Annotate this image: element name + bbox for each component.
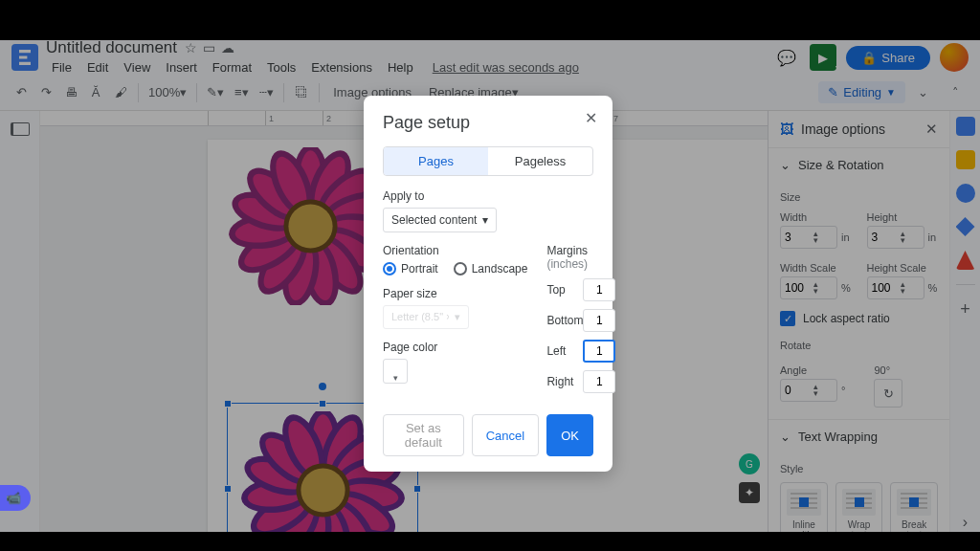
tab-pageless[interactable]: Pageless [488,147,592,175]
margin-right-input[interactable] [583,370,615,393]
margin-bottom-label: Bottom [546,314,583,327]
dialog-title: Page setup [383,113,593,133]
ok-button[interactable]: OK [546,414,593,456]
radio-landscape[interactable]: Landscape [454,262,528,276]
margin-top-input[interactable] [583,278,615,301]
orientation-label: Orientation [383,244,527,257]
apply-to-label: Apply to [383,189,593,203]
margin-right-label: Right [546,375,573,388]
page-color-swatch[interactable] [383,359,408,384]
apply-to-select[interactable]: Selected content▾ [383,208,497,232]
record-button[interactable]: 📹 [0,485,31,511]
set-as-default-button[interactable]: Set as default [383,414,464,456]
margins-label: Margins (inches) [546,244,615,271]
margin-left-input[interactable] [583,340,615,363]
page-setup-dialog: Page setup ✕ Pages Pageless Apply to Sel… [364,96,612,472]
margin-top-label: Top [546,283,565,297]
margin-bottom-input[interactable] [583,309,615,332]
page-color-label: Page color [383,341,527,354]
tab-pages[interactable]: Pages [384,147,488,175]
margin-left-label: Left [546,344,566,358]
radio-portrait[interactable]: Portrait [383,262,438,276]
cancel-button[interactable]: Cancel [472,414,539,456]
paper-size-label: Paper size [383,287,527,300]
paper-size-select[interactable]: Letter (8.5" × 11")▾ [383,305,469,329]
close-dialog-icon[interactable]: ✕ [585,109,597,127]
